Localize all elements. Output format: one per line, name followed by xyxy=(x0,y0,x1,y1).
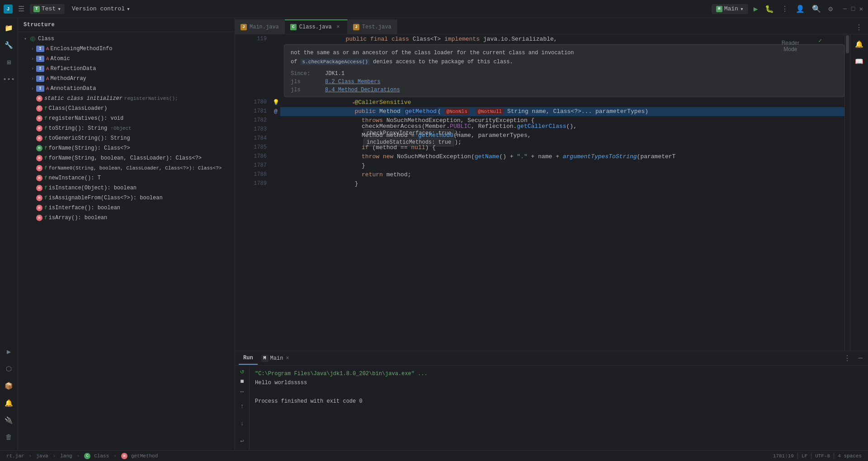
run-menu-button[interactable]: ⋯ xyxy=(235,388,250,395)
status-position[interactable]: 1781:19 xyxy=(770,453,797,459)
tree-item-toGenericString[interactable]: m f toGenericString(): String xyxy=(18,133,235,143)
status-getMethod-breadcrumb[interactable]: m getMethod xyxy=(118,453,160,459)
gutter-blank6 xyxy=(271,89,280,98)
sidebar-icon-commit[interactable]: 🔧 xyxy=(1,37,17,53)
editor-scrollbar[interactable] xyxy=(844,34,850,351)
bottom-minimize-button[interactable]: ─ xyxy=(856,353,864,364)
tree-item-isInstance[interactable]: m f isInstance(Object): boolean xyxy=(18,183,235,193)
status-lf[interactable]: LF xyxy=(799,453,810,459)
sidebar-icon-debug[interactable]: ⬡ xyxy=(1,361,17,377)
tab-more-button[interactable]: ⋮ xyxy=(854,21,864,34)
tree-item-isArray[interactable]: m f isArray(): boolean xyxy=(18,213,235,223)
tree-item-reflectiondata[interactable]: › I A ReflectionData xyxy=(18,64,235,74)
status-sep-3 xyxy=(834,453,834,459)
status-encoding[interactable]: UTF-8 xyxy=(812,453,833,459)
toolbar-more-button[interactable]: ⋮ xyxy=(779,3,790,15)
scrollbar-thumb[interactable] xyxy=(846,35,849,53)
gutter-1780: 💡 xyxy=(271,98,280,107)
tree-item-root[interactable]: ▾ ⓒ Class xyxy=(18,34,235,44)
tree-item-forName2[interactable]: m f forName(String, boolean, ClassLoader… xyxy=(18,153,235,163)
right-icon-bookmark[interactable]: 📖 xyxy=(851,53,868,70)
status-java[interactable]: java xyxy=(33,453,51,459)
sidebar-icons-bottom: ▶ ⬡ 📦 🔔 🔌 🗑 xyxy=(1,343,17,450)
tree-label-annotationdata: AnnotationData xyxy=(51,85,96,92)
status-indent[interactable]: 4 spaces xyxy=(835,453,864,459)
tree-item-isAssignable[interactable]: m f isAssignableFrom(Class<?>): boolean xyxy=(18,193,235,203)
maximize-button[interactable]: □ xyxy=(850,6,856,12)
tree-item-forName0[interactable]: m f forName0(String, boolean, ClassLoade… xyxy=(18,163,235,173)
run-tab-label: Run xyxy=(243,355,253,361)
tree-item-methodarray[interactable]: › I A MethodArray xyxy=(18,74,235,84)
tree-label-static: static class initializer xyxy=(44,95,123,102)
bottom-tab-bar: Run M Main × ⋮ ─ xyxy=(235,351,868,366)
tree-item-newInstance[interactable]: m f newInstance(): T xyxy=(18,173,235,183)
line-num-1788: 1788 xyxy=(235,170,271,179)
status-sep-1 xyxy=(797,453,798,459)
version-control-selector[interactable]: Version control ▾ xyxy=(68,4,134,14)
reader-mode-button[interactable]: Reader Mode xyxy=(782,40,799,52)
sidebar-icon-deploy[interactable]: 📦 xyxy=(1,378,17,394)
sidebar-icon-plugins[interactable]: 🔌 xyxy=(1,412,17,428)
version-control-dropdown-icon: ▾ xyxy=(127,5,130,13)
title-bar-right: M Main ▾ ▶ 🐛 ⋮ 👤 🔍 ⚙ ─ □ ✕ xyxy=(712,3,864,15)
sidebar-icon-more[interactable]: ••• xyxy=(1,71,17,88)
tree-label-reflectiondata: ReflectionData xyxy=(51,66,96,72)
right-icon-notifications[interactable]: 🔔 xyxy=(851,36,868,52)
status-jar[interactable]: rt.jar xyxy=(4,453,27,459)
bottom-content-area: ↺ ■ ⋯ ↑ ↓ ↩ 🗑 "C:\Program Files\J xyxy=(235,366,868,450)
run-softwrap-button[interactable]: ↩ xyxy=(235,433,250,449)
project-selector[interactable]: T Test ▾ xyxy=(30,4,65,14)
title-bar: J ☰ T Test ▾ Version control ▾ M Main ▾ … xyxy=(0,0,868,18)
tree-label-regN: registerNatives(): void xyxy=(49,115,124,122)
run-config-selector[interactable]: M Main ▾ xyxy=(712,4,748,14)
sidebar-icon-structure[interactable]: ⊞ xyxy=(1,54,17,71)
tree-item-annotationdata[interactable]: › I A AnnotationData xyxy=(18,84,235,94)
tree-item-atomic[interactable]: › I A Atomic xyxy=(18,54,235,64)
tab-class-java[interactable]: C Class.java × xyxy=(285,19,348,34)
run-button[interactable]: ▶ xyxy=(752,3,760,15)
tab-test-java[interactable]: J Test.java xyxy=(348,19,397,34)
status-class-breadcrumb[interactable]: C Class xyxy=(81,453,112,459)
run-main-tab: M Main × xyxy=(261,355,289,362)
tree-item-static-init[interactable]: m static class initializer registerNativ… xyxy=(18,94,235,103)
tab-main-java[interactable]: J Main.java xyxy=(235,19,285,34)
line-num-blank5 xyxy=(235,80,271,89)
tree-item-registerNatives[interactable]: m f registerNatives(): void xyxy=(18,113,235,123)
javadoc-jls1-link[interactable]: 8.2 Class Members xyxy=(325,79,380,85)
bottom-tab-run[interactable]: Run xyxy=(239,352,258,365)
sidebar-icon-run[interactable]: ▶ xyxy=(1,343,17,360)
run-rerun-button[interactable]: ↺ xyxy=(235,367,250,375)
status-lf-label: LF xyxy=(802,453,807,459)
bulb-icon[interactable]: 💡 xyxy=(273,99,279,106)
tab-close-class[interactable]: × xyxy=(335,24,342,31)
console-line-2: Hello worldsssss xyxy=(255,378,863,387)
status-lang[interactable]: lang xyxy=(57,453,75,459)
tree-item-enclosing[interactable]: › I A EnclosingMethodInfo xyxy=(18,44,235,54)
minimize-button[interactable]: ─ xyxy=(842,6,848,12)
debug-button[interactable]: 🐛 xyxy=(763,3,776,15)
gutter-1781: @ xyxy=(271,107,280,116)
tree-item-forName1[interactable]: m f forName(String): Class<?> xyxy=(18,143,235,153)
sidebar-icon-project[interactable]: 📁 xyxy=(1,20,17,36)
run-scroll-up-button[interactable]: ↑ xyxy=(235,398,250,414)
sidebar-icon-trash[interactable]: 🗑 xyxy=(1,429,17,446)
hamburger-icon[interactable]: ☰ xyxy=(16,3,26,15)
settings-button[interactable]: ⚙ xyxy=(826,3,835,15)
tree-item-toString[interactable]: m f toString(): String ↑Object xyxy=(18,123,235,133)
tree-item-isInterface[interactable]: m f isInterface(): boolean xyxy=(18,203,235,213)
tree-item-class-ctor[interactable]: C f Class(ClassLoader) xyxy=(18,103,235,113)
sidebar-icon-notifications[interactable]: 🔔 xyxy=(1,395,17,411)
gutter-1783 xyxy=(271,125,280,134)
close-button[interactable]: ✕ xyxy=(858,6,864,12)
status-java-label: java xyxy=(36,453,48,459)
profile-button[interactable]: 👤 xyxy=(794,3,807,15)
run-stop-button[interactable]: ■ xyxy=(235,378,250,385)
run-main-close[interactable]: × xyxy=(286,355,289,362)
tree-label-ia: isAssignableFrom(Class<?>): boolean xyxy=(49,195,163,201)
bottom-more-button[interactable]: ⋮ xyxy=(842,352,853,365)
javadoc-jls1-row: jls 8.2 Class Members xyxy=(291,79,838,85)
status-getmethod-label: getMethod xyxy=(131,453,158,459)
run-scroll-down-button[interactable]: ↓ xyxy=(235,415,250,432)
app-icon: J xyxy=(4,5,13,14)
search-button[interactable]: 🔍 xyxy=(810,3,823,15)
